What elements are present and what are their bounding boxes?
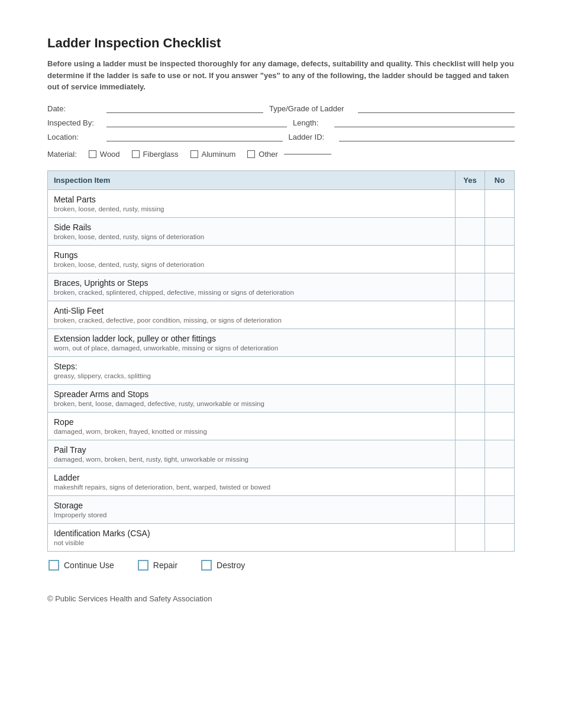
table-cell-item: Metal Partsbroken, loose, dented, rusty,… xyxy=(48,189,456,217)
table-cell-no[interactable] xyxy=(485,495,515,523)
form-row-inspected: Inspected By: Length: xyxy=(47,118,515,127)
other-input-line[interactable] xyxy=(284,154,331,154)
table-cell-no[interactable] xyxy=(485,523,515,551)
item-title: Spreader Arms and Stops xyxy=(54,389,449,399)
table-cell-no[interactable] xyxy=(485,273,515,301)
item-title: Rope xyxy=(54,417,449,427)
table-cell-yes[interactable] xyxy=(456,412,485,440)
item-title: Steps: xyxy=(54,362,449,371)
item-title: Pail Tray xyxy=(54,445,449,455)
table-cell-item: Spreader Arms and Stopsbroken, bent, loo… xyxy=(48,384,456,412)
table-cell-item: StorageImproperly stored xyxy=(48,495,456,523)
type-grade-label: Type/Grade of Ladder xyxy=(269,104,352,113)
table-cell-no[interactable] xyxy=(485,328,515,356)
type-grade-input-line[interactable] xyxy=(358,104,515,113)
table-row: Spreader Arms and Stopsbroken, bent, loo… xyxy=(48,384,515,412)
form-row-location: Location: Ladder ID: xyxy=(47,132,515,141)
item-sub: broken, bent, loose, damaged, defective,… xyxy=(54,400,449,407)
table-cell-item: Laddermakeshift repairs, signs of deteri… xyxy=(48,468,456,495)
table-cell-item: Rungsbroken, loose, dented, rusty, signs… xyxy=(48,245,456,273)
repair-checkbox[interactable] xyxy=(138,560,148,571)
table-cell-yes[interactable] xyxy=(456,328,485,356)
table-row: Pail Traydamaged, worn, broken, bent, ru… xyxy=(48,440,515,468)
table-row: Rungsbroken, loose, dented, rusty, signs… xyxy=(48,245,515,273)
table-cell-no[interactable] xyxy=(485,245,515,273)
other-label: Other xyxy=(259,150,278,159)
table-cell-no[interactable] xyxy=(485,440,515,468)
wood-checkbox[interactable] xyxy=(89,150,96,158)
wood-label: Wood xyxy=(100,150,120,159)
continue-use-checkbox[interactable] xyxy=(49,560,59,571)
destroy-checkbox[interactable] xyxy=(201,560,212,571)
table-cell-no[interactable] xyxy=(485,301,515,328)
table-cell-no[interactable] xyxy=(485,189,515,217)
table-cell-yes[interactable] xyxy=(456,440,485,468)
item-sub: broken, loose, dented, rusty, signs of d… xyxy=(54,233,449,240)
material-option-wood[interactable]: Wood xyxy=(89,150,120,159)
destroy-label: Destroy xyxy=(217,561,245,570)
table-cell-yes[interactable] xyxy=(456,356,485,384)
footer-option-repair[interactable]: Repair xyxy=(138,560,177,571)
ladder-id-label: Ladder ID: xyxy=(289,133,333,141)
material-option-other[interactable]: Other xyxy=(247,150,331,159)
table-cell-yes[interactable] xyxy=(456,384,485,412)
item-sub: broken, cracked, defective, poor conditi… xyxy=(54,317,449,324)
footer-option-continue[interactable]: Continue Use xyxy=(49,560,114,571)
table-row: Extension ladder lock, pulley or other f… xyxy=(48,328,515,356)
material-option-fiberglass[interactable]: Fiberglass xyxy=(132,150,179,159)
location-input-line[interactable] xyxy=(106,132,283,141)
table-cell-yes[interactable] xyxy=(456,301,485,328)
intro-text: Before using a ladder must be inspected … xyxy=(47,58,515,93)
table-cell-no[interactable] xyxy=(485,356,515,384)
item-sub: Improperly stored xyxy=(54,511,449,518)
table-row: Identification Marks (CSA)not visible xyxy=(48,523,515,551)
table-row: Ropedamaged, worn, broken, frayed, knott… xyxy=(48,412,515,440)
item-title: Extension ladder lock, pulley or other f… xyxy=(54,334,449,343)
table-cell-item: Steps:greasy, slippery, cracks, splittin… xyxy=(48,356,456,384)
item-sub: broken, cracked, splintered, chipped, de… xyxy=(54,289,449,296)
table-header-row: Inspection Item Yes No xyxy=(48,170,515,189)
inspected-by-input-line[interactable] xyxy=(106,118,287,127)
table-cell-yes[interactable] xyxy=(456,468,485,495)
table-cell-item: Pail Traydamaged, worn, broken, bent, ru… xyxy=(48,440,456,468)
table-cell-yes[interactable] xyxy=(456,495,485,523)
table-cell-no[interactable] xyxy=(485,468,515,495)
table-cell-yes[interactable] xyxy=(456,273,485,301)
length-label: Length: xyxy=(293,118,328,127)
date-label: Date: xyxy=(47,104,101,113)
table-cell-yes[interactable] xyxy=(456,217,485,245)
table-cell-item: Ropedamaged, worn, broken, frayed, knott… xyxy=(48,412,456,440)
item-sub: not visible xyxy=(54,539,449,546)
table-cell-no[interactable] xyxy=(485,412,515,440)
material-option-aluminum[interactable]: Aluminum xyxy=(190,150,236,159)
item-title: Storage xyxy=(54,501,449,510)
item-sub: damaged, worn, broken, frayed, knotted o… xyxy=(54,428,449,435)
item-title: Anti-Slip Feet xyxy=(54,306,449,315)
table-cell-no[interactable] xyxy=(485,384,515,412)
table-row: Side Railsbroken, loose, dented, rusty, … xyxy=(48,217,515,245)
date-input-line[interactable] xyxy=(106,104,263,113)
ladder-id-input-line[interactable] xyxy=(339,132,515,141)
table-cell-yes[interactable] xyxy=(456,245,485,273)
table-cell-item: Extension ladder lock, pulley or other f… xyxy=(48,328,456,356)
length-input-line[interactable] xyxy=(334,118,515,127)
table-cell-yes[interactable] xyxy=(456,189,485,217)
fiberglass-checkbox[interactable] xyxy=(132,150,140,158)
table-row: Braces, Uprights or Stepsbroken, cracked… xyxy=(48,273,515,301)
item-title: Identification Marks (CSA) xyxy=(54,529,449,538)
aluminum-checkbox[interactable] xyxy=(190,150,198,158)
item-title: Ladder xyxy=(54,473,449,482)
item-sub: broken, loose, dented, rusty, signs of d… xyxy=(54,261,449,268)
other-checkbox[interactable] xyxy=(247,150,255,158)
table-cell-yes[interactable] xyxy=(456,523,485,551)
table-row: Laddermakeshift repairs, signs of deteri… xyxy=(48,468,515,495)
item-title: Rungs xyxy=(54,250,449,260)
item-sub: greasy, slippery, cracks, splitting xyxy=(54,372,449,379)
table-row: Metal Partsbroken, loose, dented, rusty,… xyxy=(48,189,515,217)
item-title: Metal Parts xyxy=(54,195,449,204)
item-sub: damaged, worn, broken, bent, rusty, tigh… xyxy=(54,456,449,463)
footer-option-destroy[interactable]: Destroy xyxy=(201,560,245,571)
continue-use-label: Continue Use xyxy=(64,561,114,570)
table-cell-no[interactable] xyxy=(485,217,515,245)
material-row: Material: Wood Fiberglass Aluminum Other xyxy=(47,150,515,159)
